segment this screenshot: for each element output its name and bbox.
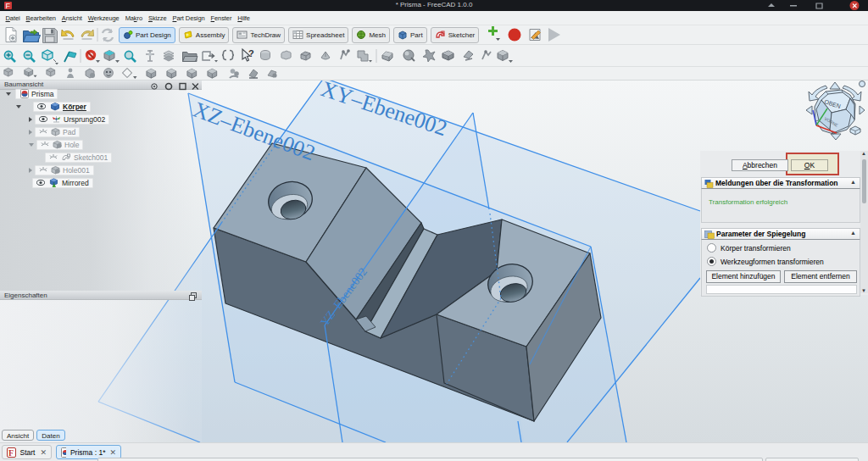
svg-text:?: ? — [248, 48, 254, 58]
svg-text:F: F — [8, 447, 14, 457]
